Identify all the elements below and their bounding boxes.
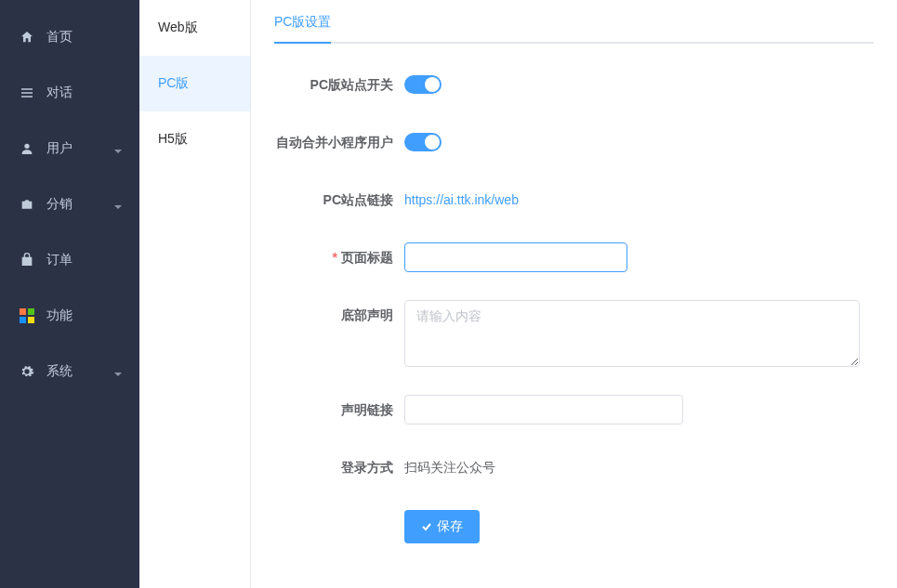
nav-distribution[interactable]: 分销 — [0, 176, 139, 232]
subnav-web[interactable]: Web版 — [139, 0, 250, 56]
gear-icon — [19, 363, 35, 380]
main-content: PC版设置 PC版站点开关 自动合并小程序用户 PC站点链接 https://a… — [251, 0, 897, 588]
declaration-link-input[interactable] — [404, 395, 683, 425]
subnav-label: H5版 — [158, 131, 188, 148]
chevron-down-icon — [113, 200, 123, 209]
row-declaration-link: 声明链接 — [274, 395, 874, 425]
label-login-mode: 登录方式 — [274, 452, 404, 482]
label-page-title: *页面标题 — [274, 242, 404, 272]
save-button[interactable]: 保存 — [404, 510, 480, 543]
svg-rect-0 — [20, 308, 26, 315]
label-auto-merge: 自动合并小程序用户 — [274, 127, 404, 157]
site-link-value[interactable]: https://ai.ttk.ink/web — [404, 192, 519, 207]
label-site-switch: PC版站点开关 — [274, 70, 404, 99]
row-footer-declaration: 底部声明 — [274, 300, 874, 367]
subnav-h5[interactable]: H5版 — [139, 111, 250, 167]
nav-label: 系统 — [46, 363, 73, 380]
nav-label: 功能 — [46, 307, 73, 324]
nav-label: 用户 — [46, 140, 73, 157]
nav-label: 分销 — [46, 196, 73, 213]
row-login-mode: 登录方式 扫码关注公众号 — [274, 452, 874, 482]
tabs: PC版设置 — [274, 14, 874, 44]
row-auto-merge: 自动合并小程序用户 — [274, 127, 874, 157]
chevron-down-icon — [113, 144, 123, 153]
secondary-sidebar: Web版 PC版 H5版 — [139, 0, 251, 588]
check-icon — [421, 521, 432, 532]
camera-icon — [19, 196, 35, 213]
primary-sidebar: 首页 对话 用户 分销 — [0, 0, 139, 588]
subnav-label: PC版 — [158, 75, 189, 92]
tab-pc-settings[interactable]: PC版设置 — [274, 14, 331, 44]
nav-label: 订单 — [46, 252, 73, 268]
save-button-label: 保存 — [437, 518, 463, 535]
svg-rect-2 — [20, 317, 26, 323]
nav-chat[interactable]: 对话 — [0, 65, 139, 121]
label-footer: 底部声明 — [274, 300, 404, 330]
auto-merge-toggle[interactable] — [404, 133, 442, 151]
label-page-title-text: 页面标题 — [341, 250, 393, 265]
label-site-link: PC站点链接 — [274, 185, 404, 215]
nav-users[interactable]: 用户 — [0, 121, 139, 176]
user-icon — [19, 140, 35, 157]
app-layout: 首页 对话 用户 分销 — [0, 0, 897, 588]
list-icon — [19, 85, 35, 101]
nav-home[interactable]: 首页 — [0, 9, 139, 65]
row-site-link: PC站点链接 https://ai.ttk.ink/web — [274, 185, 874, 215]
login-mode-value: 扫码关注公众号 — [404, 452, 495, 482]
nav-label: 对话 — [46, 85, 73, 101]
nav-label: 首页 — [46, 29, 73, 46]
home-icon — [19, 29, 35, 46]
row-site-switch: PC版站点开关 — [274, 70, 874, 99]
footer-textarea[interactable] — [404, 300, 860, 367]
svg-rect-1 — [28, 308, 34, 315]
subnav-label: Web版 — [158, 20, 198, 36]
row-page-title: *页面标题 — [274, 242, 874, 272]
nav-system[interactable]: 系统 — [0, 344, 139, 399]
svg-rect-3 — [28, 317, 34, 323]
nav-features[interactable]: 功能 — [0, 288, 139, 344]
subnav-pc[interactable]: PC版 — [139, 56, 250, 111]
label-decl-link: 声明链接 — [274, 395, 404, 425]
nav-orders[interactable]: 订单 — [0, 232, 139, 288]
chevron-down-icon — [113, 367, 123, 376]
grid-colored-icon — [19, 307, 35, 324]
page-title-input[interactable] — [404, 242, 627, 272]
row-actions: 保存 — [274, 510, 874, 543]
bag-icon — [19, 252, 35, 268]
site-switch-toggle[interactable] — [404, 75, 442, 94]
